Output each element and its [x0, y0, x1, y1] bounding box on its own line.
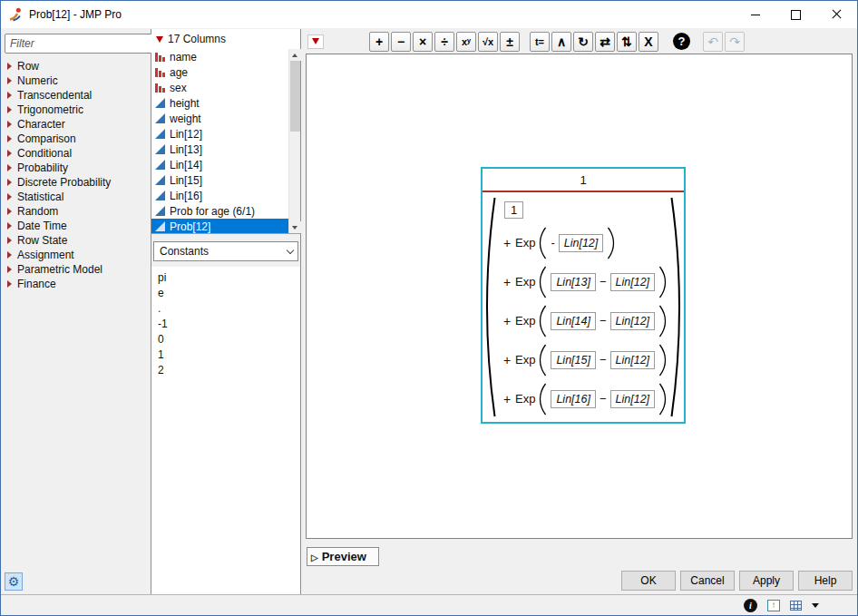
function-name[interactable]: Exp: [515, 314, 535, 328]
column-reference[interactable]: Lin[13]: [551, 273, 596, 291]
scrollbar-thumb[interactable]: [290, 61, 300, 132]
window-controls: [735, 1, 857, 28]
column-item[interactable]: Prob for age (6/1): [151, 203, 288, 219]
column-reference[interactable]: Lin[15]: [551, 351, 596, 369]
column-item[interactable]: Prob[12]: [151, 219, 288, 233]
column-item[interactable]: name: [151, 49, 288, 64]
scroll-up-button[interactable]: [289, 49, 301, 61]
category-item[interactable]: Trigonometric: [1, 103, 151, 117]
category-item[interactable]: Transcendental: [1, 88, 151, 103]
apply-button[interactable]: Apply: [739, 571, 794, 591]
invert-terms-button[interactable]: ⇅: [617, 32, 637, 52]
column-reference[interactable]: Lin[12]: [610, 351, 656, 369]
divide-button[interactable]: ÷: [434, 32, 454, 52]
category-item[interactable]: Date Time: [1, 219, 151, 233]
help-button[interactable]: Help: [798, 571, 853, 591]
swap-terms-button[interactable]: ⇄: [595, 32, 615, 52]
category-label: Transcendental: [17, 89, 92, 102]
dropdown-icon[interactable]: [812, 603, 819, 608]
formula-numerator[interactable]: 1: [483, 169, 684, 192]
constant-label: -1: [158, 318, 168, 330]
filter-input[interactable]: [5, 37, 151, 50]
formula-canvas[interactable]: 1 1 + Exp - Lin[12]: [306, 54, 853, 539]
root-button[interactable]: √x: [478, 32, 498, 52]
term-value[interactable]: 1: [504, 201, 523, 219]
redo-button[interactable]: ↷: [725, 32, 745, 52]
local-variable-button[interactable]: t=: [530, 32, 550, 52]
column-reference[interactable]: Lin[12]: [610, 273, 656, 291]
red-triangle-menu-icon[interactable]: [156, 36, 163, 43]
constant-item[interactable]: 2: [151, 362, 300, 377]
negate-operator: -: [551, 236, 554, 249]
category-item[interactable]: Row State: [1, 233, 151, 248]
column-item[interactable]: Lin[14]: [151, 157, 288, 172]
left-parenthesis: [539, 266, 547, 298]
caret-button[interactable]: ∧: [551, 32, 571, 52]
function-name[interactable]: Exp: [515, 275, 535, 288]
undo-button[interactable]: ↶: [703, 32, 723, 52]
settings-gear-button[interactable]: [5, 572, 23, 591]
column-item[interactable]: weight: [151, 111, 288, 126]
column-item[interactable]: Lin[12]: [151, 126, 288, 142]
disclosure-triangle-icon: [7, 135, 12, 142]
multiply-button[interactable]: ×: [413, 32, 433, 52]
info-icon[interactable]: [744, 599, 757, 612]
close-button[interactable]: [816, 1, 857, 28]
left-parenthesis: [485, 196, 496, 418]
function-name[interactable]: Exp: [515, 392, 535, 406]
help-button[interactable]: ?: [673, 33, 690, 50]
column-reference[interactable]: Lin[14]: [551, 312, 596, 330]
category-item[interactable]: Random: [1, 204, 151, 219]
peel-expression-button[interactable]: ↻: [573, 32, 593, 52]
red-triangle-menu-button[interactable]: [307, 34, 324, 49]
constant-item[interactable]: 0: [151, 331, 300, 347]
category-item[interactable]: Character: [1, 117, 151, 132]
category-item[interactable]: Comparison: [1, 132, 151, 146]
scroll-down-button[interactable]: [289, 221, 301, 233]
column-reference[interactable]: Lin[16]: [551, 390, 596, 408]
column-item[interactable]: height: [151, 95, 288, 111]
constant-item[interactable]: .: [151, 300, 300, 316]
column-item[interactable]: Lin[15]: [151, 172, 288, 188]
maximize-button[interactable]: [775, 1, 816, 28]
category-item[interactable]: Numeric: [1, 73, 151, 88]
data-grid-icon[interactable]: [790, 601, 802, 611]
category-item[interactable]: Row: [1, 59, 151, 73]
function-name[interactable]: Exp: [515, 353, 535, 367]
constant-item[interactable]: pi: [151, 269, 300, 285]
column-reference[interactable]: Lin[12]: [559, 234, 604, 252]
function-name[interactable]: Exp: [515, 236, 535, 249]
add-button[interactable]: +: [369, 32, 389, 52]
column-reference[interactable]: Lin[12]: [610, 390, 656, 408]
column-item[interactable]: Lin[13]: [151, 142, 288, 157]
column-item[interactable]: Lin[16]: [151, 188, 288, 203]
column-item[interactable]: age: [151, 64, 288, 80]
category-item[interactable]: Finance: [1, 277, 151, 291]
category-item[interactable]: Statistical: [1, 190, 151, 204]
category-item[interactable]: Probability: [1, 161, 151, 175]
constant-item[interactable]: -1: [151, 316, 300, 331]
columns-scrollbar[interactable]: [288, 49, 300, 233]
open-window-icon[interactable]: [767, 600, 780, 611]
disclosure-triangle-icon: [7, 77, 12, 84]
column-reference[interactable]: Lin[12]: [610, 312, 656, 330]
constant-item[interactable]: e: [151, 285, 300, 300]
plus-minus-button[interactable]: ±: [500, 32, 520, 52]
constant-label: 1: [158, 348, 164, 361]
subtract-button[interactable]: −: [391, 32, 411, 52]
plus-operator: +: [502, 236, 512, 250]
minimize-button[interactable]: [735, 1, 775, 28]
formula-expression[interactable]: 1 1 + Exp - Lin[12]: [481, 167, 686, 424]
category-item[interactable]: Parametric Model: [1, 262, 151, 277]
category-item[interactable]: Discrete Probability: [1, 175, 151, 190]
cancel-button[interactable]: Cancel: [680, 571, 735, 591]
category-item[interactable]: Assignment: [1, 248, 151, 262]
ok-button[interactable]: OK: [621, 571, 676, 591]
category-item[interactable]: Conditional: [1, 146, 151, 161]
preview-toggle[interactable]: Preview: [307, 547, 379, 566]
constants-dropdown[interactable]: Constants: [153, 241, 298, 261]
power-button[interactable]: xʸ: [456, 32, 476, 52]
constant-item[interactable]: 1: [151, 347, 300, 362]
column-item[interactable]: sex: [151, 80, 288, 95]
delete-button[interactable]: X: [639, 32, 658, 52]
